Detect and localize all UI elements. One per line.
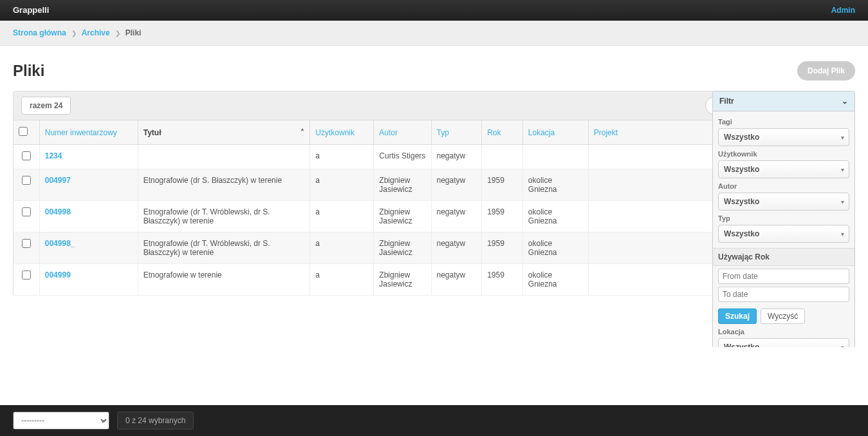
select-all-header <box>14 120 40 145</box>
filter-header[interactable]: Filtr ⌄ <box>713 91 854 111</box>
cell-lokacja: okolice Gniezna <box>522 201 588 232</box>
cell-rok: 1959 <box>482 232 523 264</box>
filter-label-tagi: Tagi <box>718 118 849 126</box>
inv-link[interactable]: 004999 <box>45 270 71 280</box>
filter-uzytkownik-select[interactable]: Wszystko <box>718 160 849 178</box>
row-checkbox[interactable] <box>22 151 31 160</box>
admin-link[interactable]: Admin <box>831 6 855 15</box>
breadcrumb-current: Pliki <box>125 28 142 37</box>
add-file-button[interactable]: Dodaj Plik <box>797 61 855 81</box>
col-rok[interactable]: Rok <box>482 120 523 145</box>
cell-lokacja: okolice Gniezna <box>522 232 588 264</box>
filter-title: Filtr <box>719 97 734 106</box>
cell-rok: 1959 <box>482 169 523 201</box>
row-checkbox-cell <box>14 201 40 232</box>
inv-link[interactable]: 004998 <box>45 207 71 216</box>
filter-search-button[interactable]: Szukaj <box>718 308 757 324</box>
chevron-right-icon: ❯ <box>115 30 120 37</box>
col-tytul[interactable]: Tytuł˄ <box>138 120 310 145</box>
filter-label-lokacja: Lokacja <box>718 328 849 336</box>
cell-rok: 1959 <box>482 201 523 232</box>
cell-typ: negatyw <box>431 201 482 232</box>
col-uzytkownik[interactable]: Użytkownik <box>310 120 374 145</box>
filter-label-typ: Typ <box>718 214 849 222</box>
filter-from-date-input[interactable] <box>718 269 849 284</box>
col-autor[interactable]: Autor <box>374 120 431 145</box>
cell-user: a <box>310 232 374 264</box>
cell-inv: 004998_ <box>39 232 138 264</box>
row-checkbox[interactable] <box>22 270 31 280</box>
inv-link[interactable]: 004998_ <box>45 239 75 248</box>
cell-user: a <box>310 201 374 232</box>
cell-projekt <box>588 145 719 169</box>
cell-typ: negatyw <box>431 264 482 296</box>
filter-label-uzytkownik: Użytkownik <box>718 150 849 158</box>
row-checkbox-cell <box>14 145 40 169</box>
breadcrumb-home[interactable]: Strona główna <box>13 28 66 37</box>
cell-author: Zbigniew Jasiewicz <box>374 232 431 264</box>
col-lokacja[interactable]: Lokacja <box>522 120 588 145</box>
cell-projekt <box>588 232 719 264</box>
row-checkbox[interactable] <box>22 207 31 216</box>
chevron-down-icon: ⌄ <box>842 97 848 106</box>
cell-lokacja <box>522 145 588 169</box>
cell-title: Etnografowie (dr S. Błaszczyk) w terenie <box>138 169 310 201</box>
cell-author: Zbigniew Jasiewicz <box>374 264 431 296</box>
filter-panel: Filtr ⌄ Tagi Wszystko▾ Użytkownik Wszyst… <box>712 91 855 347</box>
cell-user: a <box>310 145 374 169</box>
cell-title <box>138 145 310 169</box>
cell-title: Etnografowie (dr T. Wróblewski, dr S. Bł… <box>138 201 310 232</box>
select-all-checkbox[interactable] <box>19 127 28 136</box>
row-checkbox-cell <box>14 232 40 264</box>
row-checkbox[interactable] <box>22 239 31 248</box>
filter-section-rok: Używając Rok <box>713 248 854 266</box>
cell-typ: negatyw <box>431 169 482 201</box>
page-title: Pliki <box>13 62 44 80</box>
cell-author: Zbigniew Jasiewicz <box>374 169 431 201</box>
inv-link[interactable]: 004997 <box>45 176 71 185</box>
cell-inv: 004999 <box>39 264 138 296</box>
row-checkbox-cell <box>14 169 40 201</box>
col-numer-inwentarzowy[interactable]: Numer inwentarzowy <box>39 120 138 145</box>
cell-inv: 004997 <box>39 169 138 201</box>
cell-user: a <box>310 264 374 296</box>
row-checkbox[interactable] <box>22 176 31 185</box>
filter-tagi-select[interactable]: Wszystko <box>718 128 849 146</box>
cell-title: Etnografowie w terenie <box>138 264 310 296</box>
brand-title: Grappelli <box>13 5 49 15</box>
cell-inv: 004998 <box>39 201 138 232</box>
cell-typ: negatyw <box>431 232 482 264</box>
cell-author: Zbigniew Jasiewicz <box>374 201 431 232</box>
cell-projekt <box>588 169 719 201</box>
cell-projekt <box>588 201 719 232</box>
page-header: Pliki Dodaj Plik <box>0 46 868 91</box>
cell-inv: 1234 <box>39 145 138 169</box>
cell-user: a <box>310 169 374 201</box>
filter-typ-select[interactable]: Wszystko <box>718 225 849 243</box>
cell-lokacja: okolice Gniezna <box>522 169 588 201</box>
cell-lokacja: okolice Gniezna <box>522 264 588 296</box>
chevron-right-icon: ❯ <box>71 30 77 37</box>
filter-autor-select[interactable]: Wszystko <box>718 193 849 211</box>
row-checkbox-cell <box>14 264 40 296</box>
topbar: Grappelli Admin <box>0 0 868 21</box>
cell-author: Curtis Stigers <box>374 145 431 169</box>
cell-title: Etnografowie (dr T. Wróblewski, dr S. Bł… <box>138 232 310 264</box>
breadcrumb-archive[interactable]: Archive <box>82 28 110 37</box>
filter-clear-button[interactable]: Wyczyść <box>761 308 805 324</box>
filter-lokacja-select[interactable]: Wszystko <box>718 338 849 347</box>
total-count: razem 24 <box>21 97 71 115</box>
inv-link[interactable]: 1234 <box>45 151 62 160</box>
sort-caret-icon: ˄ <box>300 128 304 137</box>
cell-rok <box>482 145 523 169</box>
cell-rok: 1959 <box>482 264 523 296</box>
col-projekt[interactable]: Projekt <box>588 120 719 145</box>
cell-projekt <box>588 264 719 296</box>
col-typ[interactable]: Typ <box>431 120 482 145</box>
breadcrumb: Strona główna ❯ Archive ❯ Pliki <box>0 21 868 46</box>
cell-typ: negatyw <box>431 145 482 169</box>
filter-label-autor: Autor <box>718 182 849 190</box>
filter-to-date-input[interactable] <box>718 287 849 302</box>
